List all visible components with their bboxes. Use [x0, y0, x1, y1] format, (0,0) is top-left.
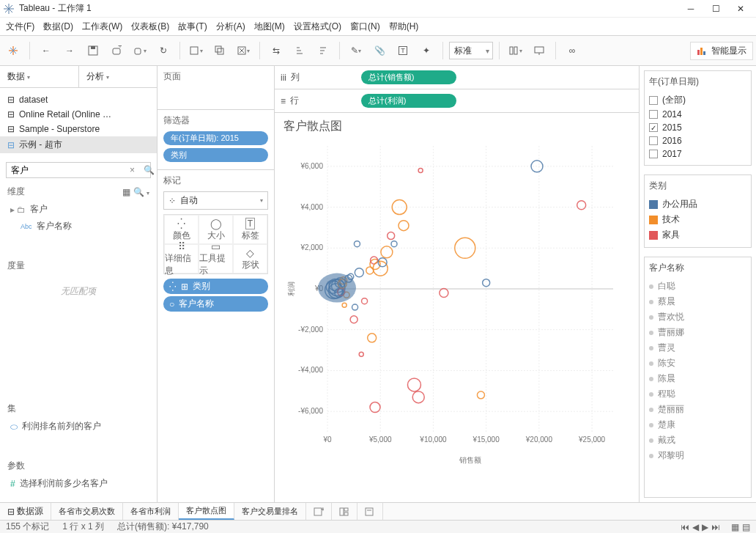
mark-pill[interactable]: ⁛⊞ 类别	[163, 279, 268, 294]
view-filmstrip-icon[interactable]: ▤	[742, 522, 750, 532]
minimize-button[interactable]: ─	[678, 1, 703, 17]
search-icon[interactable]: 🔍	[139, 165, 159, 175]
chart-area[interactable]: 客户散点图 -¥6,000-¥4,000-¥2,000¥0¥2,000¥4,00…	[275, 113, 639, 502]
scatter-chart[interactable]: -¥6,000-¥4,000-¥2,000¥0¥2,000¥4,000¥6,00…	[284, 139, 620, 468]
filter-pill[interactable]: 年(订单日期): 2015	[163, 131, 268, 145]
tableau-icon[interactable]	[3, 40, 23, 61]
nav-first-icon[interactable]: ⏮	[681, 522, 689, 532]
customer-item[interactable]: 陈安	[649, 356, 746, 371]
set-field[interactable]: ⬭利润排名前列的客户	[0, 418, 157, 435]
swap-button[interactable]: ⇆	[266, 40, 286, 61]
sheet-tab[interactable]: 各省市交易次数	[51, 503, 123, 520]
redo-button[interactable]: →	[59, 40, 80, 61]
view-tabs-icon[interactable]: ▦	[731, 522, 739, 532]
customer-item[interactable]: 程聪	[649, 386, 746, 402]
datasource-item[interactable]: ⊟示例 - 超市	[0, 136, 157, 153]
menu-file[interactable]: 文件(F)	[6, 21, 34, 33]
pause-updates-button[interactable]: ▾	[130, 40, 150, 61]
datasource-item[interactable]: ⊟Online Retail (Online …	[0, 107, 157, 122]
field-search[interactable]: × 🔍	[6, 162, 151, 178]
mark-type-selector[interactable]: ⁘自动▾	[163, 191, 268, 210]
show-cards-button[interactable]: ▾	[505, 40, 526, 61]
filter-pill[interactable]: 类别	[163, 148, 268, 162]
legend-item[interactable]: 办公用品	[649, 196, 746, 212]
maximize-button[interactable]: ☐	[703, 1, 728, 17]
mark-shape-button[interactable]: ◇形状	[233, 244, 267, 273]
fit-selector[interactable]: 标准	[449, 42, 493, 59]
new-worksheet-button[interactable]: ▾	[186, 40, 207, 61]
nav-next-icon[interactable]: ▶	[702, 522, 708, 532]
pin-button[interactable]: ✦	[416, 40, 437, 61]
datasource-tab[interactable]: ⊟ 数据源	[0, 503, 51, 520]
datasource-item[interactable]: ⊟Sample - Superstore	[0, 122, 157, 136]
tab-data[interactable]: 数据 ▾	[0, 66, 79, 87]
menu-story[interactable]: 故事(T)	[178, 21, 207, 33]
close-button[interactable]: ✕	[728, 1, 753, 17]
save-button[interactable]	[83, 40, 103, 61]
menu-format[interactable]: 设置格式(O)	[294, 21, 341, 33]
tab-analysis[interactable]: 分析 ▾	[79, 66, 158, 87]
dimension-field[interactable]: Abc客户名称	[0, 218, 157, 235]
find-icon[interactable]: 🔍	[133, 187, 144, 197]
show-me-button[interactable]: 智能显示	[690, 42, 753, 60]
mark-label-button[interactable]: T标签	[233, 215, 267, 244]
customer-item[interactable]: 曹灵	[649, 340, 746, 356]
new-dashboard-tab[interactable]	[332, 503, 357, 520]
legend-item[interactable]: 家具	[649, 227, 746, 243]
columns-shelf[interactable]: iii列 总计(销售额)	[275, 66, 639, 89]
sort-asc-button[interactable]	[289, 40, 310, 61]
nav-prev-icon[interactable]: ◀	[692, 522, 699, 532]
customer-item[interactable]: 曹丽娜	[649, 325, 746, 340]
year-checkbox[interactable]: 2017	[649, 147, 746, 161]
clear-search-icon[interactable]: ×	[125, 165, 139, 175]
chart-title[interactable]: 客户散点图	[284, 119, 630, 134]
customer-item[interactable]: 楚康	[649, 417, 746, 433]
param-field[interactable]: #选择利润前多少名客户	[0, 475, 157, 492]
menu-dashboard[interactable]: 仪表板(B)	[131, 21, 169, 33]
menu-help[interactable]: 帮助(H)	[389, 21, 419, 33]
refresh-button[interactable]: ↻	[153, 40, 174, 61]
clear-button[interactable]: ▾	[233, 40, 253, 61]
mark-size-button[interactable]: ◯大小	[199, 215, 233, 244]
mark-color-button[interactable]: ⁛颜色	[164, 215, 199, 244]
columns-pill[interactable]: 总计(销售额)	[361, 70, 456, 84]
undo-button[interactable]: ←	[36, 40, 56, 61]
rows-shelf[interactable]: ≡行 总计(利润)	[275, 89, 639, 113]
menu-analysis[interactable]: 分析(A)	[216, 21, 245, 33]
new-story-tab[interactable]	[357, 503, 383, 520]
highlight-button[interactable]: ✎▾	[346, 40, 366, 61]
customer-item[interactable]: 邓黎明	[649, 448, 746, 463]
sheet-tab[interactable]: 客户交易量排名	[234, 503, 306, 520]
year-checkbox[interactable]: ✓2015	[649, 121, 746, 134]
customer-item[interactable]: 曹欢悦	[649, 309, 746, 325]
menu-data[interactable]: 数据(D)	[43, 21, 73, 33]
customer-item[interactable]: 白聪	[649, 279, 746, 294]
mark-pill[interactable]: ○ 客户名称	[163, 296, 268, 312]
mark-detail-button[interactable]: ⠿详细信息	[164, 244, 199, 273]
year-checkbox[interactable]: 2016	[649, 134, 746, 147]
menu-worksheet[interactable]: 工作表(W)	[82, 21, 122, 33]
year-checkbox[interactable]: (全部)	[649, 92, 746, 108]
new-worksheet-tab[interactable]: +	[306, 503, 332, 520]
sort-desc-button[interactable]	[313, 40, 333, 61]
menu-window[interactable]: 窗口(N)	[350, 21, 380, 33]
sheet-tab[interactable]: 各省市利润	[123, 503, 179, 520]
mark-tooltip-button[interactable]: ▭工具提示	[199, 244, 233, 273]
attach-button[interactable]: 📎	[369, 40, 390, 61]
rows-pill[interactable]: 总计(利润)	[361, 94, 456, 108]
sheet-tab[interactable]: 客户散点图	[179, 503, 234, 520]
nav-last-icon[interactable]: ⏭	[711, 522, 720, 532]
text-label-button[interactable]: T	[393, 40, 413, 61]
customer-item[interactable]: 蔡晨	[649, 294, 746, 309]
duplicate-button[interactable]	[210, 40, 230, 61]
presentation-button[interactable]	[529, 40, 549, 61]
new-datasource-button[interactable]: +	[106, 40, 127, 61]
menu-map[interactable]: 地图(M)	[254, 21, 285, 33]
legend-item[interactable]: 技术	[649, 212, 746, 227]
customer-item[interactable]: 楚丽丽	[649, 402, 746, 417]
year-checkbox[interactable]: 2014	[649, 108, 746, 121]
dimension-field[interactable]: ▸ 🗀客户	[0, 201, 157, 218]
view-icon[interactable]: ▦	[122, 187, 130, 197]
search-input[interactable]	[7, 163, 125, 177]
customer-item[interactable]: 戴戎	[649, 433, 746, 448]
